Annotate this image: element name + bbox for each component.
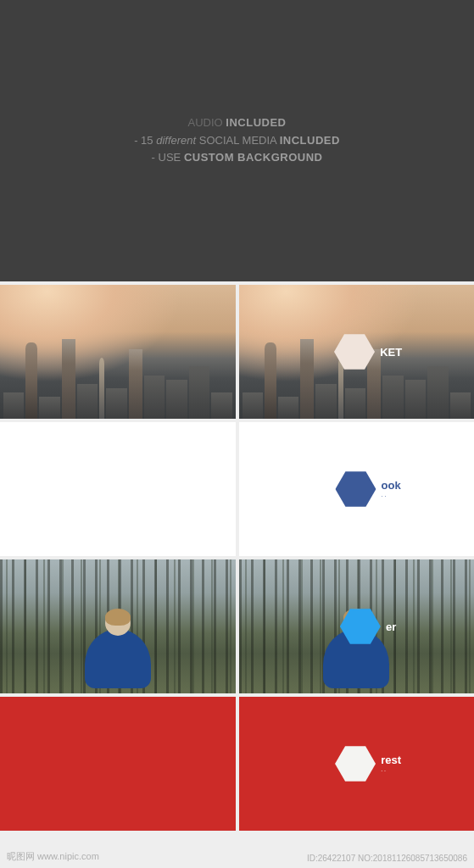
feature-line-2: - 15 different SOCIAL MEDIA INCLUDED [134,132,340,150]
white-thumbnail-left [0,422,236,556]
hero-features: AUDIO INCLUDED - 15 different SOCIAL MED… [0,0,474,281]
city-skyline [0,331,236,419]
facebook-label: ook [382,479,401,492]
feature-3-bold: CUSTOM BACKGROUND [184,151,323,164]
hexagon-icon [336,471,376,507]
preview-row-3: er [0,559,474,693]
feature-1-prefix: AUDIO [188,116,223,129]
feature-2-rest: SOCIAL MEDIA [199,134,276,147]
pinterest-thumbnail: rest · · [239,697,475,831]
pinterest-sub: · · [381,768,401,774]
watermark-site: 昵图网 [7,851,35,861]
svg-marker-0 [334,334,375,369]
preview-row-4: rest · · [0,697,474,831]
facebook-thumbnail: ook · · [239,422,475,556]
svg-marker-2 [340,609,381,643]
preview-row-1: KET [0,285,474,419]
forest-thumbnail-left [0,559,236,693]
hexagon-icon [335,746,376,782]
feature-line-3: - USE CUSTOM BACKGROUND [152,149,323,167]
feature-2-prefix: - 15 [134,134,153,147]
forest-thumbnail-right: er [239,559,475,693]
image-meta: ID:26422107 NO:20181126085713650086 [307,854,467,863]
city-thumbnail-left [0,285,236,419]
twitter-overlay: er [340,609,396,644]
city-overlay-label: KET [380,346,402,359]
watermark-url: www.nipic.com [37,851,99,861]
image-id: ID:26422107 [307,854,355,863]
pinterest-label: rest [381,754,401,766]
city-thumbnail-right: KET [239,285,475,419]
feature-2-italic: different [156,134,196,147]
facebook-overlay: ook · · [336,471,401,507]
feature-line-1: AUDIO INCLUDED [188,114,287,132]
person-figure [85,610,151,693]
twitter-label: er [386,620,396,633]
hexagon-icon [334,334,375,370]
feature-3-prefix: - USE [152,151,181,164]
hexagon-icon [340,609,381,644]
watermark: 昵图网 www.nipic.com [7,850,99,863]
city-overlay: KET [334,334,402,370]
red-thumbnail-left [0,697,236,831]
feature-2-bold: INCLUDED [280,134,340,147]
facebook-sub: · · [382,493,401,499]
svg-marker-3 [335,746,376,781]
pinterest-overlay: rest · · [335,746,401,782]
preview-row-2: ook · · [0,422,474,556]
feature-1-bold: INCLUDED [226,116,286,129]
image-no: NO:20181126085713650086 [358,854,467,863]
svg-marker-1 [336,471,376,506]
